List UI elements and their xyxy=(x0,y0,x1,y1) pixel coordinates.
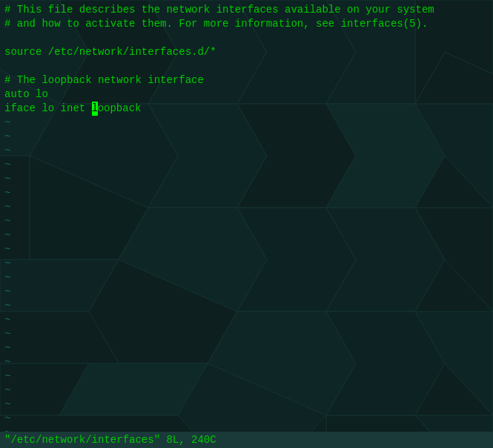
tilde-line-22: ~ xyxy=(0,412,493,426)
tilde-line-12: ~ xyxy=(0,271,493,285)
tilde-line-4: ~ xyxy=(0,158,493,172)
tilde-line-16: ~ xyxy=(0,327,493,341)
status-text: "/etc/network/interfaces" 8L, 240C xyxy=(4,434,216,446)
cursor: l xyxy=(92,102,98,116)
tilde-line-18: ~ xyxy=(0,355,493,369)
editor-line-8: iface lo inet loopback xyxy=(0,102,493,116)
line-4-text: source /etc/network/interfaces.d/* xyxy=(4,45,216,59)
tilde-line-19: ~ xyxy=(0,369,493,383)
editor-line-2: # and how to activate them. For more inf… xyxy=(0,17,493,31)
line-1-text: # This file describes the network interf… xyxy=(4,3,434,17)
line-5-text xyxy=(4,59,10,73)
line-3-text xyxy=(4,31,10,45)
editor-line-5 xyxy=(0,59,493,73)
editor-line-3 xyxy=(0,31,493,45)
tilde-line-8: ~ xyxy=(0,214,493,228)
editor-line-7: auto lo xyxy=(0,88,493,102)
tilde-line-6: ~ xyxy=(0,186,493,200)
line-8-suffix: oopback xyxy=(98,102,142,116)
tilde-line-13: ~ xyxy=(0,285,493,299)
tilde-line-11: ~ xyxy=(0,257,493,271)
tilde-line-1: ~ xyxy=(0,116,493,130)
tilde-line-10: ~ xyxy=(0,243,493,257)
tilde-line-9: ~ xyxy=(0,228,493,243)
tilde-line-3: ~ xyxy=(0,144,493,158)
tilde-line-21: ~ xyxy=(0,398,493,412)
tilde-line-14: ~ xyxy=(0,299,493,313)
editor-line-6: # The loopback network interface xyxy=(0,73,493,88)
tilde-line-5: ~ xyxy=(0,172,493,186)
tilde-line-15: ~ xyxy=(0,313,493,327)
editor-line-1: # This file describes the network interf… xyxy=(0,3,493,17)
editor: # This file describes the network interf… xyxy=(0,0,493,448)
tilde-line-2: ~ xyxy=(0,130,493,144)
line-2-text: # and how to activate them. For more inf… xyxy=(4,17,428,31)
status-bar: "/etc/network/interfaces" 8L, 240C xyxy=(0,432,493,448)
editor-line-4: source /etc/network/interfaces.d/* xyxy=(0,45,493,59)
line-6-text: # The loopback network interface xyxy=(4,73,204,88)
line-8-prefix: iface lo inet xyxy=(4,102,92,116)
tilde-line-7: ~ xyxy=(0,200,493,214)
tilde-line-20: ~ xyxy=(0,383,493,398)
tilde-line-17: ~ xyxy=(0,341,493,355)
line-7-text: auto lo xyxy=(4,88,48,102)
